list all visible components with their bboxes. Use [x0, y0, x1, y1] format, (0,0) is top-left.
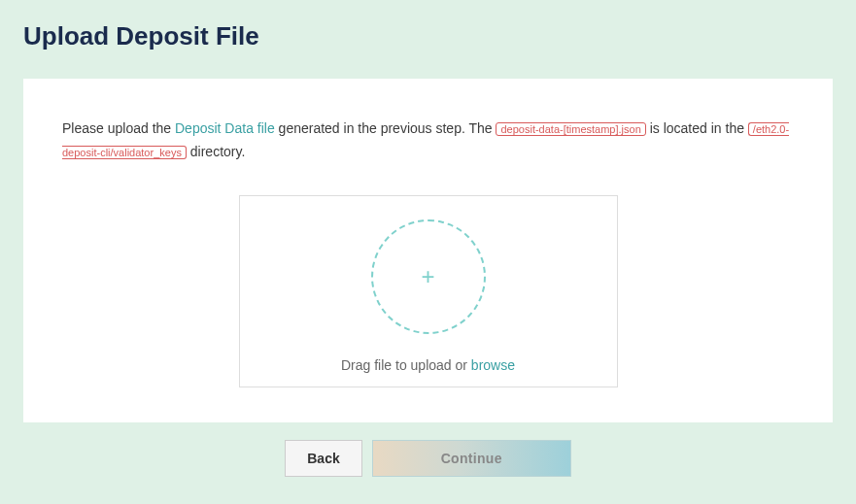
plus-icon: + — [421, 263, 434, 290]
instruction-mid2: is located in the — [646, 120, 748, 136]
instruction-mid1: generated in the previous step. The — [275, 120, 496, 136]
browse-link[interactable]: browse — [471, 357, 515, 373]
upload-card: Please upload the Deposit Data file gene… — [23, 79, 833, 422]
back-button[interactable]: Back — [285, 440, 361, 477]
deposit-data-file-link[interactable]: Deposit Data file — [175, 120, 275, 136]
file-dropzone[interactable]: + Drag file to upload or browse — [239, 195, 618, 387]
instruction-text: Please upload the Deposit Data file gene… — [62, 118, 794, 164]
button-row: Back Continue — [0, 440, 856, 477]
instruction-suffix: directory. — [187, 144, 245, 159]
dropzone-text-prefix: Drag file to upload or — [341, 357, 471, 373]
instruction-prefix: Please upload the — [62, 120, 175, 136]
dropzone-text: Drag file to upload or browse — [341, 357, 515, 373]
code-deposit-filename: deposit-data-[timestamp].json — [496, 122, 645, 136]
page-title: Upload Deposit File — [0, 0, 856, 51]
dropzone-circle: + — [371, 219, 486, 334]
continue-button[interactable]: Continue — [372, 440, 571, 477]
